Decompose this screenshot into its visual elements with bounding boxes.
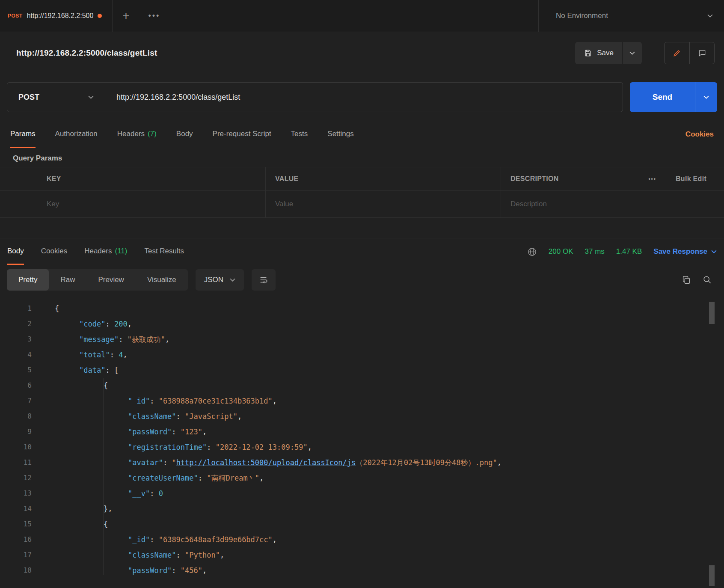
save-options-button[interactable] — [622, 42, 642, 64]
line-number: 4 — [0, 347, 38, 362]
query-params-table: KEY VALUE DESCRIPTION ••• Bulk Edit — [0, 167, 724, 218]
response-code: 1{2"code": 200,3"message": "获取成功",4"tota… — [0, 301, 724, 578]
tab-label: Pre-request Script — [213, 130, 271, 138]
cookies-link[interactable]: Cookies — [685, 130, 714, 139]
view-mode-pretty[interactable]: Pretty — [7, 269, 49, 291]
code-line: 16"_id": "6389c5648aaf3d99e66bd7cc", — [0, 532, 724, 547]
request-tab-strip: POST http://192.168.2.2:500 + ••• — [0, 0, 538, 32]
line-content: { — [38, 517, 108, 532]
response-link[interactable]: http://localhost:5000/upload/classIcon/j… — [176, 458, 356, 467]
method-select[interactable]: POST — [7, 82, 105, 112]
code-token: "className" — [128, 412, 176, 421]
key-column-header: KEY — [37, 167, 265, 190]
bulk-edit-button[interactable]: Bulk Edit — [666, 167, 724, 190]
code-token: 4 — [119, 350, 123, 359]
param-description-input[interactable] — [510, 200, 656, 208]
response-body-viewer: 1{2"code": 200,3"message": "获取成功",4"tota… — [0, 295, 724, 588]
url-input[interactable] — [105, 82, 623, 112]
code-token: "123" — [181, 428, 202, 436]
response-pane: BodyCookiesHeaders(11)Test Results 200 O… — [0, 238, 724, 588]
code-line: 5"data": [ — [0, 362, 724, 378]
send-options-button[interactable] — [695, 82, 717, 112]
code-token: : — [176, 551, 185, 559]
response-tab-body[interactable]: Body — [7, 238, 24, 265]
line-number: 12 — [0, 470, 38, 486]
save-response-button[interactable]: Save Response — [653, 247, 717, 256]
code-line: 4"total": 4, — [0, 347, 724, 362]
line-number: 9 — [0, 424, 38, 440]
view-mode-preview[interactable]: Preview — [86, 269, 135, 291]
code-token: : — [150, 489, 158, 498]
line-number: 14 — [0, 501, 38, 517]
scrollbar-thumb[interactable] — [709, 302, 715, 324]
comments-button[interactable] — [689, 42, 714, 64]
code-line: 14}, — [0, 501, 724, 517]
send-button[interactable]: Send — [630, 82, 695, 112]
param-key-input[interactable] — [47, 200, 256, 208]
line-content: "total": 4, — [38, 347, 128, 362]
response-tab-headers[interactable]: Headers(11) — [84, 238, 127, 265]
request-tab-settings[interactable]: Settings — [327, 121, 353, 148]
new-tab-button[interactable]: + — [113, 0, 139, 32]
environment-selector[interactable]: No Environment — [538, 0, 724, 32]
response-tab-cookies[interactable]: Cookies — [41, 238, 67, 265]
request-tab-pre-request-script[interactable]: Pre-request Script — [213, 121, 271, 148]
request-tabs: ParamsAuthorizationHeaders(7)BodyPre-req… — [0, 121, 724, 148]
code-token: , — [165, 335, 169, 344]
request-tab-params[interactable]: Params — [10, 121, 36, 148]
code-token: , — [237, 412, 242, 421]
code-token: : — [172, 428, 180, 436]
param-value-input[interactable] — [275, 200, 491, 208]
line-content: "data": [ — [38, 362, 119, 378]
code-token: 0 — [159, 489, 163, 498]
wrap-text-icon — [259, 275, 268, 285]
line-number: 6 — [0, 378, 38, 393]
search-icon[interactable] — [703, 275, 712, 285]
tab-options-icon[interactable]: ••• — [139, 0, 169, 32]
description-column-header: DESCRIPTION ••• — [501, 167, 666, 190]
network-info-button[interactable] — [527, 247, 537, 257]
line-number: 13 — [0, 486, 38, 501]
scrollbar-thumb-bottom[interactable] — [709, 565, 715, 586]
open-request-tab[interactable]: POST http://192.168.2.2:500 — [0, 0, 113, 32]
code-token: , — [202, 428, 207, 436]
code-token: : — [163, 458, 172, 467]
line-content: "className": "Python", — [38, 547, 224, 563]
code-token: , — [220, 551, 224, 559]
params-empty-row — [0, 191, 724, 218]
request-tab-tests[interactable]: Tests — [291, 121, 308, 148]
view-mode-raw[interactable]: Raw — [49, 269, 86, 291]
code-token: , — [273, 397, 277, 405]
params-more-icon[interactable]: ••• — [648, 176, 656, 182]
code-token: "_id" — [128, 397, 150, 405]
view-mode-group: PrettyRawPreviewVisualize — [7, 269, 188, 291]
code-token: { — [55, 304, 59, 313]
line-content: "passWord": "123", — [38, 424, 207, 440]
line-content: "__v": 0 — [38, 486, 163, 501]
row-actions-cell — [666, 191, 724, 217]
response-tab-test-results[interactable]: Test Results — [144, 238, 184, 265]
save-button[interactable]: Save — [575, 42, 622, 64]
chevron-down-icon — [88, 95, 94, 99]
code-line: 8"className": "JavaScript", — [0, 409, 724, 424]
request-tab-headers[interactable]: Headers(7) — [117, 121, 157, 148]
tab-label: Tests — [291, 130, 308, 138]
line-number: 8 — [0, 409, 38, 424]
line-number: 15 — [0, 517, 38, 532]
code-token: "__v" — [128, 489, 150, 498]
tab-label: Headers — [84, 247, 112, 255]
code-token: : — [110, 350, 119, 359]
line-number: 18 — [0, 563, 38, 578]
copy-icon[interactable] — [682, 275, 691, 285]
tab-label: Authorization — [55, 130, 98, 138]
wrap-text-button[interactable] — [252, 269, 276, 291]
format-select[interactable]: JSON — [196, 269, 244, 291]
code-token: "message" — [79, 335, 119, 344]
view-mode-visualize[interactable]: Visualize — [136, 269, 188, 291]
code-line: 18"passWord": "456", — [0, 563, 724, 578]
request-tab-body[interactable]: Body — [176, 121, 193, 148]
tab-label: Body — [7, 247, 24, 255]
request-tab-authorization[interactable]: Authorization — [55, 121, 98, 148]
edit-button[interactable] — [665, 42, 689, 64]
line-content: }, — [38, 501, 112, 517]
